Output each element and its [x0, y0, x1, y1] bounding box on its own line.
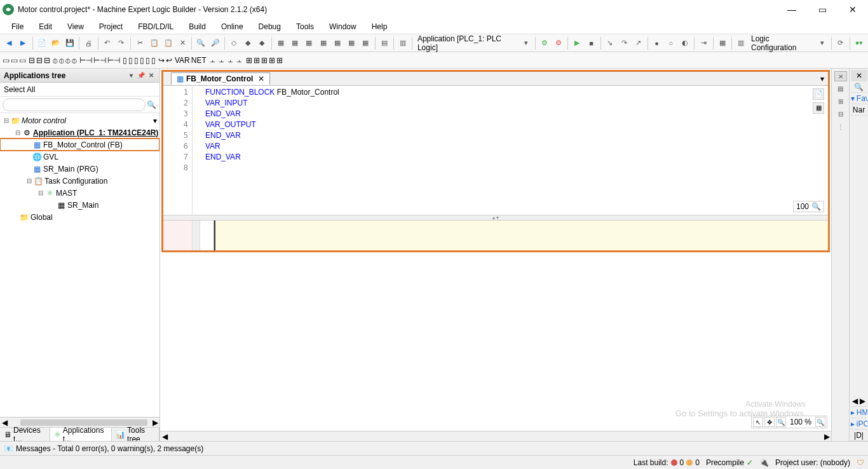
app-context-label[interactable]: Application [PLC_1: PLC Logic]: [415, 34, 518, 52]
breakpoint2-icon[interactable]: ○: [665, 36, 677, 50]
table-icon[interactable]: ▤: [378, 36, 391, 50]
cut-icon[interactable]: ✂: [133, 36, 146, 50]
organize-icon[interactable]: ▥: [397, 36, 409, 50]
fb1-icon[interactable]: ▯: [123, 56, 127, 65]
minimize-button[interactable]: —: [784, 4, 799, 15]
zoom-icon[interactable]: 🔍: [811, 202, 821, 211]
align1-icon[interactable]: ⫠: [209, 56, 217, 65]
logout-icon[interactable]: ⚙: [552, 36, 565, 50]
fb6-icon[interactable]: ▯: [151, 56, 156, 65]
delete-icon[interactable]: ✕: [176, 36, 189, 50]
box3-icon[interactable]: ▦: [302, 36, 315, 50]
align3-icon[interactable]: ⫠: [227, 56, 234, 65]
text-view-icon[interactable]: 📄: [813, 88, 824, 100]
box1-icon[interactable]: ▦: [275, 36, 287, 50]
pan-icon[interactable]: ✥: [764, 417, 775, 427]
menu-edit[interactable]: Edit: [32, 21, 58, 32]
declaration-editor[interactable]: 12345678 FUNCTION_BLOCK FB_Motor_Control…: [163, 86, 828, 215]
root-dropdown-icon[interactable]: ▾: [153, 116, 157, 125]
find-icon[interactable]: 🔍: [194, 36, 207, 50]
close-button[interactable]: ✕: [845, 4, 860, 15]
nav-fwd-icon[interactable]: ▶: [17, 36, 29, 50]
layout-icon[interactable]: ▥: [735, 36, 747, 50]
step-out-icon[interactable]: ↗: [632, 36, 644, 50]
tree-application[interactable]: ⊟ ⚙ Application (PLC_1: TM241CE24R): [0, 126, 159, 139]
step-over-icon[interactable]: ↷: [618, 36, 630, 50]
menu-build[interactable]: Build: [182, 21, 212, 32]
expand-icon[interactable]: ⊟: [37, 189, 44, 196]
st1-icon[interactable]: ▭: [3, 56, 10, 65]
coil4-icon[interactable]: ⦶: [72, 56, 77, 65]
coil2-icon[interactable]: ⦶: [59, 56, 64, 65]
misc2-icon[interactable]: ⊞: [254, 56, 260, 65]
tree-sr-main-prg[interactable]: ▦ SR_Main (PRG): [0, 163, 159, 175]
fb4-icon[interactable]: ▯: [140, 56, 144, 65]
views-icon[interactable]: ▦: [715, 36, 728, 50]
logic-config-dropdown-icon[interactable]: ▾: [815, 36, 828, 50]
menu-tools[interactable]: Tools: [290, 21, 320, 32]
editor-tabs-dropdown-icon[interactable]: ▾: [820, 74, 824, 83]
tab-devices[interactable]: 🖥Devices t...: [0, 428, 50, 441]
st4-icon[interactable]: ⊟: [29, 56, 35, 65]
menu-debug[interactable]: Debug: [252, 21, 287, 32]
right-tool3-icon[interactable]: ⊟: [834, 109, 847, 119]
menu-window[interactable]: Window: [323, 21, 363, 32]
new-icon[interactable]: 📄: [36, 36, 48, 50]
maximize-button[interactable]: ▭: [815, 4, 830, 15]
horizontal-splitter[interactable]: ▴ ▾: [163, 215, 828, 220]
st6-icon[interactable]: ⊟: [44, 56, 50, 65]
misc1-icon[interactable]: ⊞: [246, 56, 252, 65]
right-fav[interactable]: ▾ Fav: [851, 93, 867, 104]
right-tool4-icon[interactable]: ⋮: [834, 122, 847, 132]
right-search-icon[interactable]: 🔍: [851, 81, 867, 93]
tree-gvl[interactable]: 🌐 GVL: [0, 151, 159, 163]
run-icon[interactable]: ▶: [571, 36, 583, 50]
panel-pin-icon[interactable]: 📌: [137, 71, 146, 80]
misc4-icon[interactable]: ⊞: [269, 56, 275, 65]
menu-view[interactable]: View: [61, 21, 90, 32]
editor-hscroll[interactable]: ◀▶: [160, 431, 831, 441]
box4-icon[interactable]: ▦: [316, 36, 329, 50]
box7-icon[interactable]: ▦: [359, 36, 372, 50]
fb2-icon[interactable]: ▯: [128, 56, 133, 65]
expand-icon[interactable]: ⊟: [25, 177, 33, 184]
coil3-icon[interactable]: ⦶: [65, 56, 71, 65]
code-content[interactable]: FUNCTION_BLOCK FB_Motor_Control VAR_INPU…: [193, 86, 828, 215]
right-panel2-close-icon[interactable]: ✕: [851, 70, 867, 81]
right-panel-close-icon[interactable]: ✕: [834, 71, 847, 81]
tree-fb-motor-control[interactable]: ▦ FB_Motor_Control (FB): [0, 139, 159, 151]
body-content[interactable]: [214, 221, 828, 250]
fb5-icon[interactable]: ▯: [146, 56, 150, 65]
right-ipc[interactable]: ▸ iPC: [851, 418, 867, 430]
contact2-icon[interactable]: ⊢⊣: [93, 56, 106, 65]
zoom-in-icon[interactable]: 🔍: [776, 417, 786, 427]
step-into-icon[interactable]: ↘: [604, 36, 616, 50]
cursor-icon[interactable]: ↖: [753, 417, 763, 427]
right-tool2-icon[interactable]: ⊞: [834, 97, 847, 107]
bookmark-prev-icon[interactable]: ◆: [241, 36, 254, 50]
right-nar[interactable]: Nar: [851, 104, 867, 116]
st3-icon[interactable]: ▭: [19, 56, 26, 65]
right-tool1-icon[interactable]: ▤: [834, 84, 847, 94]
var-icon[interactable]: VAR: [175, 56, 190, 65]
tree-sr-main-task[interactable]: ▦ SR_Main: [0, 199, 159, 211]
tree-root[interactable]: ⊟ 📁 Motor control ▾: [0, 114, 159, 126]
panel-close-icon[interactable]: ✕: [147, 71, 156, 80]
tree-search-input[interactable]: [3, 99, 146, 111]
misc3-icon[interactable]: ⊞: [261, 56, 268, 65]
contact3-icon[interactable]: ⊢⊣: [107, 56, 120, 65]
coil1-icon[interactable]: ⦶: [53, 56, 58, 65]
right-nav-left-icon[interactable]: ◀ ▶: [851, 395, 867, 407]
misc5-icon[interactable]: ⊞: [276, 56, 283, 65]
implementation-editor[interactable]: [163, 220, 828, 250]
connection-icon[interactable]: 🔌: [759, 458, 769, 467]
save-icon[interactable]: 💾: [64, 36, 76, 50]
jump1-icon[interactable]: ↪: [158, 56, 165, 65]
st2-icon[interactable]: ▭: [11, 56, 18, 65]
decl-zoom[interactable]: 100 🔍: [793, 201, 824, 212]
shield-icon[interactable]: 🛡: [857, 458, 864, 467]
open-icon[interactable]: 📂: [50, 36, 62, 50]
box2-icon[interactable]: ▦: [288, 36, 301, 50]
jump2-icon[interactable]: ↩: [166, 56, 172, 65]
bookmark-next-icon[interactable]: ◆: [255, 36, 268, 50]
